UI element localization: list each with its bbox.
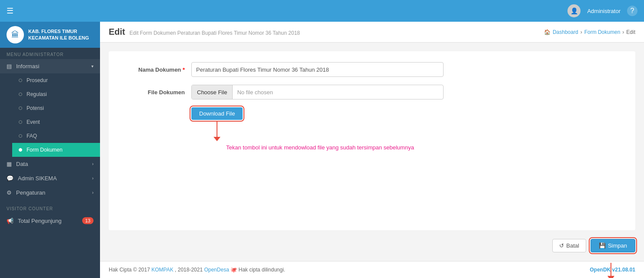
chevron-right-icon: › <box>92 176 93 181</box>
nama-dokumen-label: Nama Dokumen * <box>122 66 191 73</box>
annotation-text-area: Tekan tombol ini untuk mendowload file y… <box>213 143 622 152</box>
breadcrumb-bar: Edit Edit Form Dokumen Peraturan Bupati … <box>100 22 644 43</box>
action-row: ↺ Batal 💾 Simpan Klik tombol Simpan <box>100 239 644 261</box>
menu-section-label: MENU ADMINISTRATOR <box>0 48 100 59</box>
navbar-left: ☰ <box>7 6 13 16</box>
informasi-icon: ▤ <box>7 63 12 70</box>
breadcrumb-form-dokumen[interactable]: Form Dokumen <box>584 29 621 35</box>
dot-icon <box>19 120 22 124</box>
chevron-right-icon: › <box>92 162 93 166</box>
sidebar-item-faq[interactable]: FAQ <box>12 129 100 143</box>
chat-icon: 💬 <box>7 175 13 182</box>
page-title: Edit <box>109 27 125 37</box>
hamburger-icon[interactable]: ☰ <box>7 6 13 16</box>
file-input-wrapper: Choose File No file chosen <box>191 85 444 99</box>
simpan-button[interactable]: 💾 Simpan <box>591 239 635 252</box>
breadcrumb: 🏠 Dashboard › Form Dokumen › Edit <box>544 29 635 35</box>
sidebar-item-potensi[interactable]: Potensi <box>12 101 100 115</box>
org-name: KAB. FLORES TIMUR <box>28 28 89 35</box>
form-group-file-dokumen: File Dokumen Choose File No file chosen <box>122 85 622 99</box>
choose-file-button[interactable]: Choose File <box>192 85 233 99</box>
prosedur-label: Prosedur <box>27 77 48 83</box>
sidebar-item-regulasi[interactable]: Regulasi <box>12 87 100 101</box>
megaphone-icon: 📢 <box>7 218 13 224</box>
help-icon[interactable]: ? <box>627 6 637 16</box>
dot-icon <box>19 106 22 110</box>
chevron-right-icon: › <box>92 190 93 195</box>
content-area: Edit Edit Form Dokumen Peraturan Bupati … <box>100 22 644 278</box>
sidebar-item-total-pengunjung[interactable]: 📢 Total Pengunjung 13 <box>0 213 100 228</box>
sidebar-logo: 🏛 KAB. FLORES TIMUR KECAMATAN ILE BOLENG <box>0 22 100 48</box>
sidebar-item-informasi[interactable]: ▤ Informasi ▾ <box>0 59 100 73</box>
arrow-head <box>214 137 220 141</box>
avatar: 👤 <box>567 4 581 17</box>
dot-icon <box>19 79 22 82</box>
save-icon: 💾 <box>599 242 606 249</box>
admin-name: Administrator <box>587 8 621 14</box>
batal-button[interactable]: ↺ Batal <box>552 239 586 252</box>
page-subtitle: Edit Form Dokumen Peraturan Bupati Flore… <box>130 30 300 36</box>
footer-opendesa-link[interactable]: OpenDesa <box>204 267 229 273</box>
action-buttons: ↺ Batal 💾 Simpan <box>100 239 644 261</box>
dot-icon <box>19 93 22 96</box>
admin-sikema-label: Admin SIKEMA <box>18 175 57 182</box>
footer-year: , 2018-2021 <box>175 267 204 273</box>
form-dokumen-label: Form Dokumen <box>27 147 63 153</box>
simpan-annotation: Klik tombol Simpan <box>587 263 635 278</box>
total-pengunjung-label: Total Pengunjung <box>18 218 61 224</box>
sidebar-item-prosedur[interactable]: Prosedur <box>12 73 100 87</box>
event-label: Event <box>27 119 40 125</box>
dot-filled-icon <box>19 148 22 152</box>
annotation-text: Tekan tombol ini untuk mendowload file y… <box>226 144 414 151</box>
footer-protected: Hak cipta dilindungi. <box>239 267 285 273</box>
simpan-label: Simpan <box>608 242 627 249</box>
sidebar-item-admin-sikema[interactable]: 💬 Admin SIKEMA › <box>0 171 100 185</box>
arrow-line <box>217 122 217 137</box>
refresh-icon: ↺ <box>559 242 564 249</box>
visitor-section-label: VISITOR COUNTER <box>0 202 100 213</box>
sidebar-item-event[interactable]: Event <box>12 115 100 129</box>
pengaturan-label: Pengaturan <box>16 189 45 196</box>
sidebar-item-form-dokumen[interactable]: Form Dokumen <box>12 143 100 157</box>
breadcrumb-current: Edit <box>626 29 635 35</box>
sidebar-sub-menu: Prosedur Regulasi Potensi Event FAQ Form… <box>0 73 100 157</box>
sidebar-item-pengaturan[interactable]: ⚙ Pengaturan › <box>0 185 100 200</box>
breadcrumb-separator: › <box>581 29 582 35</box>
download-btn-wrapper: Download File <box>191 107 622 141</box>
data-label: Data <box>16 161 28 167</box>
page-title-area: Edit Edit Form Dokumen Peraturan Bupati … <box>109 27 300 37</box>
file-name-text: No file chosen <box>233 87 277 98</box>
sidebar-item-data[interactable]: ▦ Data › <box>0 157 100 171</box>
sub-org: KECAMATAN ILE BOLENG <box>28 35 89 41</box>
download-arrow <box>191 122 243 141</box>
potensi-label: Potensi <box>27 105 44 111</box>
footer-copyright: Hak Cipta © 2017 <box>109 267 151 273</box>
chevron-down-icon: ▾ <box>91 64 93 69</box>
dot-icon <box>19 134 22 138</box>
download-area: Download File <box>191 107 243 141</box>
footer: Hak Cipta © 2017 KOMPAK , 2018-2021 Open… <box>100 261 644 278</box>
breadcrumb-separator2: › <box>622 29 624 35</box>
github-icon: 🐙 <box>230 267 238 273</box>
simpan-arrow-line <box>611 263 611 276</box>
breadcrumb-dashboard[interactable]: Dashboard <box>553 29 578 35</box>
form-card: Nama Dokumen * File Dokumen Choose File … <box>109 51 635 230</box>
simpan-arrow-head <box>607 276 614 278</box>
logo-text: KAB. FLORES TIMUR KECAMATAN ILE BOLENG <box>28 28 89 42</box>
regulasi-label: Regulasi <box>27 91 47 97</box>
form-group-nama-dokumen: Nama Dokumen * <box>122 62 622 77</box>
simpan-arrow <box>587 263 635 278</box>
navbar-right: 👤 Administrator ? <box>567 4 637 17</box>
top-navbar: ☰ 👤 Administrator ? <box>0 0 644 22</box>
informasi-label: Informasi <box>16 63 39 70</box>
sidebar: 🏛 KAB. FLORES TIMUR KECAMATAN ILE BOLENG… <box>0 22 100 278</box>
footer-left: Hak Cipta © 2017 KOMPAK , 2018-2021 Open… <box>109 267 285 273</box>
logo-icon: 🏛 <box>7 26 24 43</box>
visitor-badge: 13 <box>82 217 93 224</box>
breadcrumb-icon: 🏠 <box>544 29 551 35</box>
footer-kompak-link[interactable]: KOMPAK <box>151 267 173 273</box>
data-icon: ▦ <box>7 161 12 167</box>
nama-dokumen-input[interactable] <box>191 62 444 77</box>
download-file-button[interactable]: Download File <box>191 107 243 120</box>
batal-label: Batal <box>566 242 579 249</box>
